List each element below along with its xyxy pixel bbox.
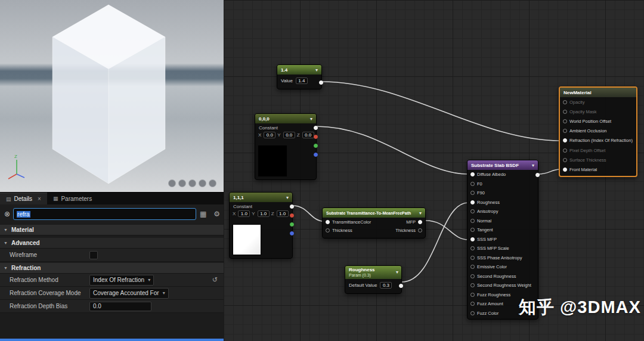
preview-shape-cylinder-button[interactable] bbox=[168, 179, 176, 187]
input-pin[interactable] bbox=[563, 158, 567, 162]
input-pin[interactable] bbox=[470, 283, 475, 287]
x-input[interactable]: 1.0 bbox=[238, 210, 250, 217]
collapse-icon[interactable]: ▾ bbox=[310, 116, 312, 122]
search-input[interactable]: refra bbox=[13, 208, 196, 220]
pin-label: Emissive Color bbox=[477, 264, 507, 269]
output-pin-r[interactable] bbox=[314, 135, 318, 139]
output-pin-b[interactable] bbox=[290, 231, 294, 235]
node-header[interactable]: 1.4 ▾ bbox=[277, 65, 321, 75]
y-input[interactable]: 1.0 bbox=[258, 210, 270, 217]
output-pin-g[interactable] bbox=[314, 144, 318, 148]
section-refraction[interactable]: ▼ Refraction bbox=[0, 263, 224, 274]
close-icon[interactable]: × bbox=[38, 196, 41, 202]
output-pin[interactable] bbox=[399, 284, 403, 288]
wireframe-row: Wireframe bbox=[0, 249, 224, 262]
input-pin[interactable] bbox=[470, 228, 475, 232]
input-pin[interactable] bbox=[470, 256, 475, 260]
preview-shape-sphere-button[interactable] bbox=[178, 179, 186, 187]
refraction-depth-bias-input[interactable]: 0.0 bbox=[89, 302, 151, 311]
collapse-icon[interactable]: ▾ bbox=[532, 163, 534, 168]
input-pin[interactable] bbox=[563, 168, 567, 172]
value-input[interactable]: 0.3 bbox=[380, 282, 392, 289]
tab-parameters[interactable]: ▦ Parameters bbox=[47, 193, 98, 204]
input-pin[interactable] bbox=[470, 274, 475, 278]
clear-search-icon[interactable]: ⊗ bbox=[4, 210, 10, 218]
input-pin[interactable] bbox=[470, 246, 475, 250]
input-pin[interactable] bbox=[470, 265, 475, 269]
input-pin[interactable] bbox=[563, 148, 567, 153]
output-pin-r[interactable] bbox=[290, 213, 294, 218]
refraction-depth-bias-value: 0.0 bbox=[93, 303, 101, 309]
node-header[interactable]: Roughness Param (0.3) ▾ bbox=[345, 266, 401, 279]
input-pin[interactable] bbox=[563, 110, 567, 114]
input-pin[interactable] bbox=[563, 129, 567, 133]
output-pin-b[interactable] bbox=[314, 153, 318, 157]
x-input[interactable]: 0.0 bbox=[264, 132, 275, 138]
refraction-coverage-dropdown[interactable]: Coverage Accounted For ▾ bbox=[89, 288, 169, 299]
color-preview-black bbox=[258, 145, 287, 176]
input-pin[interactable] bbox=[470, 172, 475, 176]
pin-label: Tangent bbox=[477, 227, 493, 232]
gear-icon[interactable]: ⚙ bbox=[213, 210, 220, 218]
output-pin-rgb[interactable] bbox=[290, 204, 294, 209]
output-pin-rgb[interactable] bbox=[314, 126, 318, 130]
output-pin-thickness[interactable] bbox=[418, 228, 422, 232]
node-header[interactable]: Substrate Transmittance-To-MeanFreePath … bbox=[323, 208, 425, 218]
input-pin[interactable] bbox=[470, 191, 475, 195]
collapse-icon[interactable]: ▾ bbox=[419, 210, 422, 216]
section-material[interactable]: ▼ Material bbox=[0, 225, 224, 235]
preview-shape-plane-button[interactable] bbox=[188, 179, 196, 187]
value-input[interactable]: 1.4 bbox=[296, 78, 308, 84]
input-pin[interactable] bbox=[470, 237, 475, 241]
input-pin[interactable] bbox=[470, 311, 475, 315]
input-pin[interactable] bbox=[470, 209, 475, 213]
input-pin[interactable] bbox=[470, 302, 475, 306]
node-constant3-111[interactable]: 1,1,1 ▾ Constant X 1.0 Y 1.0 Z 1.0 bbox=[229, 192, 293, 259]
tab-details[interactable]: ▤ Details × bbox=[0, 193, 47, 204]
input-pin-transmittancecolor[interactable] bbox=[326, 220, 330, 224]
node-header[interactable]: Substrate Slab BSDF ▾ bbox=[467, 160, 538, 170]
view-options-icon[interactable]: ▦ bbox=[200, 210, 206, 218]
node-header[interactable]: NewMaterial bbox=[560, 88, 636, 97]
output-pin[interactable] bbox=[319, 80, 323, 85]
output-pin[interactable] bbox=[535, 173, 540, 177]
refraction-coverage-row: Refraction Coverage Mode Coverage Accoun… bbox=[0, 287, 224, 300]
collapse-icon[interactable]: ▾ bbox=[315, 67, 318, 73]
collapse-icon[interactable]: ▾ bbox=[396, 269, 398, 275]
input-pin-thickness[interactable] bbox=[326, 228, 330, 232]
node-subtitle: Constant bbox=[255, 123, 316, 131]
node-constant-1-4[interactable]: 1.4 ▾ Value 1.4 bbox=[277, 64, 322, 89]
z-input[interactable]: 1.0 bbox=[277, 210, 289, 217]
node-title: 1.4 bbox=[281, 67, 287, 73]
input-pin[interactable] bbox=[563, 119, 567, 123]
wireframe-checkbox[interactable] bbox=[89, 251, 98, 259]
preview-shape-cube-button[interactable] bbox=[199, 179, 206, 187]
reset-to-default-icon[interactable]: ↺ bbox=[212, 276, 218, 284]
input-pin[interactable] bbox=[470, 219, 475, 223]
node-header[interactable]: 0,0,0 ▾ bbox=[255, 114, 316, 123]
material-graph-canvas[interactable]: 1.4 ▾ Value 1.4 0,0,0 ▾ Constant X 0.0 Y… bbox=[224, 0, 644, 341]
node-title: Roughness bbox=[349, 267, 375, 272]
pin-label: Diffuse Albedo bbox=[477, 172, 506, 177]
node-transmittance-to-mfp[interactable]: Substrate Transmittance-To-MeanFreePath … bbox=[322, 207, 426, 238]
y-input[interactable]: 0.0 bbox=[283, 132, 295, 138]
node-newmaterial-output[interactable]: NewMaterial Opacity Opacity Mask World P… bbox=[559, 86, 637, 177]
node-header[interactable]: 1,1,1 ▾ bbox=[230, 193, 292, 202]
input-pin[interactable] bbox=[470, 293, 475, 297]
section-refraction-label: Refraction bbox=[11, 265, 41, 271]
collapse-icon[interactable]: ▾ bbox=[286, 195, 289, 200]
section-advanced[interactable]: ▼ Advanced bbox=[0, 238, 224, 249]
input-pin[interactable] bbox=[470, 200, 475, 204]
input-pin[interactable] bbox=[470, 182, 475, 186]
y-label: Y bbox=[277, 132, 280, 138]
node-roughness-param[interactable]: Roughness Param (0.3) ▾ Default Value 0.… bbox=[345, 265, 402, 294]
viewport-3d[interactable]: Z bbox=[0, 0, 224, 192]
preview-shape-mesh-button[interactable] bbox=[209, 179, 216, 187]
input-pin[interactable] bbox=[563, 100, 567, 104]
refraction-method-dropdown[interactable]: Index Of Refraction ▾ bbox=[89, 275, 154, 286]
input-pin[interactable] bbox=[563, 138, 567, 142]
output-pin-g[interactable] bbox=[290, 222, 294, 227]
node-constant3-000[interactable]: 0,0,0 ▾ Constant X 0.0 Y 0.0 Z 0.0 bbox=[255, 113, 317, 180]
z-input[interactable]: 0.0 bbox=[302, 132, 314, 138]
output-pin-mfp[interactable] bbox=[418, 220, 422, 224]
